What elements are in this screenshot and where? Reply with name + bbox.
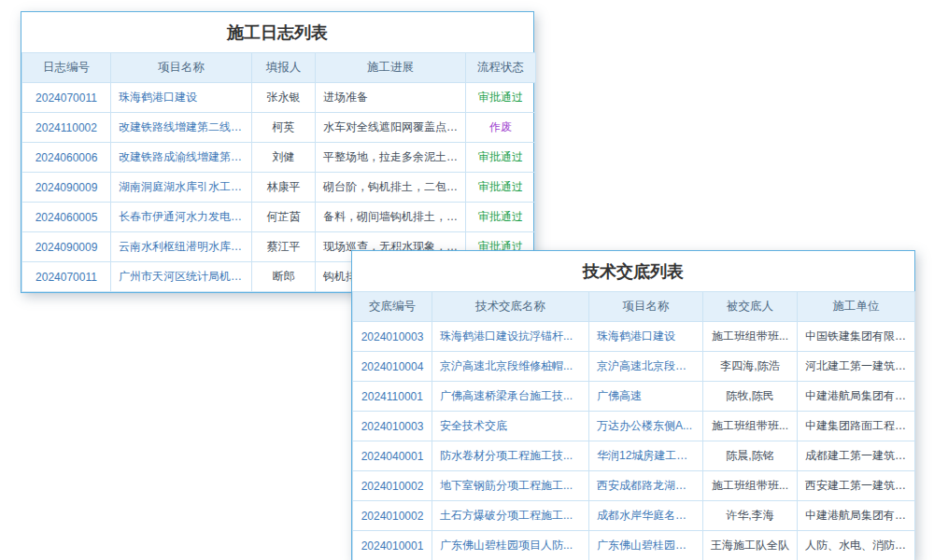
disclosure-row-name-cell[interactable]: 防水卷材分项工程施工技... — [432, 441, 589, 471]
log-row-progress-cell: 砌台阶，钩机排土，二包砌... — [316, 173, 466, 203]
disclosure-row[interactable]: 2024010002土石方爆破分项工程施工...成都水岸华庭名苑...许华,李海… — [353, 501, 915, 531]
disclosure-row-persons-cell: 施工班组带班... — [703, 322, 798, 352]
disclosure-row-name-cell[interactable]: 土石方爆破分项工程施工... — [432, 501, 589, 531]
log-row-status-cell: 作废 — [466, 113, 536, 143]
column-header: 施工单位 — [798, 292, 915, 322]
disclosure-row-project-cell[interactable]: 广佛高速 — [589, 382, 703, 412]
column-header: 交底编号 — [353, 292, 432, 322]
disclosure-row-persons-cell: 王海施工队全队 — [703, 531, 798, 560]
disclosure-row[interactable]: 2024110001广佛高速桥梁承台施工技...广佛高速陈牧,陈民中建港航局集团… — [353, 382, 915, 412]
disclosure-row-project-cell[interactable]: 万达办公楼东侧A... — [589, 412, 703, 441]
disclosure-row-unit-cell: 人防、水电、消防暖通... — [798, 531, 915, 560]
disclosure-row-persons-cell: 施工班组带班... — [703, 471, 798, 501]
disclosure-row-project-cell[interactable]: 西安成都路龙湖上... — [589, 471, 703, 501]
tech-disclosure-title: 技术交底列表 — [352, 251, 914, 291]
column-header: 填报人 — [252, 53, 316, 83]
disclosure-row-project-cell[interactable]: 京沪高速北京段维修 — [589, 352, 703, 382]
disclosure-row-project-cell[interactable]: 成都水岸华庭名苑... — [589, 501, 703, 531]
log-row-reporter-cell: 柯英 — [252, 113, 316, 143]
disclosure-row[interactable]: 2024010003安全技术交底万达办公楼东侧A...施工班组带班...中建集团… — [353, 412, 915, 441]
log-row-project-cell[interactable]: 云南水利枢纽潜明水库一... — [111, 232, 252, 262]
tech-disclosure-panel: 技术交底列表 交底编号技术交底名称项目名称被交底人施工单位 2024010003… — [351, 250, 915, 560]
disclosure-row-id-cell[interactable]: 2024010002 — [353, 501, 432, 531]
log-row-id-cell[interactable]: 2024090009 — [22, 173, 111, 203]
disclosure-row-persons-cell: 许华,李海 — [703, 501, 798, 531]
log-row-id-cell[interactable]: 2024090009 — [22, 232, 111, 262]
disclosure-row-unit-cell: 河北建工第一建筑有... — [798, 352, 915, 382]
log-row-id-cell[interactable]: 2024070011 — [22, 262, 111, 292]
disclosure-row-name-cell[interactable]: 地下室钢筋分项工程施工... — [432, 471, 589, 501]
disclosure-row-project-cell[interactable]: 华润12城房建工程... — [589, 441, 703, 471]
tech-disclosure-header-row: 交底编号技术交底名称项目名称被交底人施工单位 — [353, 292, 915, 322]
log-row[interactable]: 2024090009湖南洞庭湖水库引水工程...林康平砌台阶，钩机排土，二包砌.… — [22, 173, 536, 203]
log-row-reporter-cell: 林康平 — [252, 173, 316, 203]
tech-disclosure-table: 交底编号技术交底名称项目名称被交底人施工单位 2024010003珠海鹤港口建设… — [352, 291, 915, 560]
disclosure-row[interactable]: 2024010003珠海鹤港口建设抗浮锚杆...珠海鹤港口建设施工班组带班...… — [353, 322, 915, 352]
disclosure-row-persons-cell: 陈牧,陈民 — [703, 382, 798, 412]
column-header: 项目名称 — [589, 292, 703, 322]
disclosure-row-persons-cell: 李四海,陈浩 — [703, 352, 798, 382]
log-row[interactable]: 2024110002改建铁路线增建第二线直...柯英水车对全线遮阳网覆盖点进..… — [22, 113, 536, 143]
log-row-reporter-cell: 刘健 — [252, 143, 316, 173]
disclosure-row-id-cell[interactable]: 2024010002 — [353, 471, 432, 501]
column-header: 施工进展 — [316, 53, 466, 83]
log-row[interactable]: 2024060006改建铁路成渝线增建第二...刘健平整场地，拉走多余泥土15.… — [22, 143, 536, 173]
disclosure-row-name-cell[interactable]: 安全技术交底 — [432, 412, 589, 441]
disclosure-row-unit-cell: 中建港航局集团有限... — [798, 501, 915, 531]
disclosure-row-id-cell[interactable]: 2024110001 — [353, 382, 432, 412]
log-row-project-cell[interactable]: 湖南洞庭湖水库引水工程... — [111, 173, 252, 203]
disclosure-row-name-cell[interactable]: 广佛高速桥梁承台施工技... — [432, 382, 589, 412]
log-row-progress-cell: 进场准备 — [316, 83, 466, 113]
log-row-id-cell[interactable]: 2024060006 — [22, 143, 111, 173]
disclosure-row[interactable]: 2024010001广东佛山碧桂园项目人防...广东佛山碧桂园项目王海施工队全队… — [353, 531, 915, 560]
column-header: 技术交底名称 — [432, 292, 589, 322]
log-row-project-cell[interactable]: 改建铁路成渝线增建第二... — [111, 143, 252, 173]
log-row-reporter-cell: 张永银 — [252, 83, 316, 113]
construction-log-title: 施工日志列表 — [21, 12, 533, 52]
log-row-project-cell[interactable]: 改建铁路线增建第二线直... — [111, 113, 252, 143]
column-header: 项目名称 — [111, 53, 252, 83]
disclosure-row[interactable]: 2024010004京沪高速北京段维修桩帽...京沪高速北京段维修李四海,陈浩河… — [353, 352, 915, 382]
construction-log-header-row: 日志编号项目名称填报人施工进展流程状态 — [22, 53, 536, 83]
disclosure-row-project-cell[interactable]: 广东佛山碧桂园项目 — [589, 531, 703, 560]
log-row-id-cell[interactable]: 2024060005 — [22, 203, 111, 232]
log-row-id-cell[interactable]: 2024110002 — [22, 113, 111, 143]
disclosure-row-name-cell[interactable]: 广东佛山碧桂园项目人防... — [432, 531, 589, 560]
tech-disclosure-body: 2024010003珠海鹤港口建设抗浮锚杆...珠海鹤港口建设施工班组带班...… — [353, 322, 915, 560]
disclosure-row-unit-cell: 成都建工第一建筑有... — [798, 441, 915, 471]
log-row-reporter-cell: 何芷茵 — [252, 203, 316, 232]
log-row-reporter-cell: 蔡江平 — [252, 232, 316, 262]
disclosure-row-persons-cell: 施工班组带班... — [703, 412, 798, 441]
log-row-status-cell: 审批通过 — [466, 83, 536, 113]
disclosure-row-id-cell[interactable]: 2024010004 — [353, 352, 432, 382]
disclosure-row-unit-cell: 中建港航局集团有限... — [798, 382, 915, 412]
disclosure-row-project-cell[interactable]: 珠海鹤港口建设 — [589, 322, 703, 352]
disclosure-row-id-cell[interactable]: 2024010003 — [353, 322, 432, 352]
disclosure-row-unit-cell: 中建集团路面工程有... — [798, 412, 915, 441]
disclosure-row-id-cell[interactable]: 2024010003 — [353, 412, 432, 441]
log-row-project-cell[interactable]: 长春市伊通河水力发电厂... — [111, 203, 252, 232]
log-row-progress-cell: 水车对全线遮阳网覆盖点进... — [316, 113, 466, 143]
log-row-reporter-cell: 断郎 — [252, 262, 316, 292]
disclosure-row[interactable]: 2024010002地下室钢筋分项工程施工...西安成都路龙湖上...施工班组带… — [353, 471, 915, 501]
disclosure-row-name-cell[interactable]: 京沪高速北京段维修桩帽... — [432, 352, 589, 382]
disclosure-row-unit-cell: 西安建工第一建筑有... — [798, 471, 915, 501]
log-row-status-cell: 审批通过 — [466, 173, 536, 203]
log-row-progress-cell: 平整场地，拉走多余泥土15... — [316, 143, 466, 173]
log-row-status-cell: 审批通过 — [466, 203, 536, 232]
disclosure-row[interactable]: 2024040001防水卷材分项工程施工技...华润12城房建工程...陈晨,陈… — [353, 441, 915, 471]
column-header: 被交底人 — [703, 292, 798, 322]
column-header: 流程状态 — [466, 53, 536, 83]
disclosure-row-persons-cell: 陈晨,陈铭 — [703, 441, 798, 471]
disclosure-row-name-cell[interactable]: 珠海鹤港口建设抗浮锚杆... — [432, 322, 589, 352]
disclosure-row-id-cell[interactable]: 2024040001 — [353, 441, 432, 471]
log-row[interactable]: 2024070011珠海鹤港口建设张永银进场准备审批通过 — [22, 83, 536, 113]
disclosure-row-unit-cell: 中国铁建集团有限公司 — [798, 322, 915, 352]
log-row[interactable]: 2024060005长春市伊通河水力发电厂...何芷茵备料，砌间墙钩机排土，瓦.… — [22, 203, 536, 232]
log-row-id-cell[interactable]: 2024070011 — [22, 83, 111, 113]
disclosure-row-id-cell[interactable]: 2024010001 — [353, 531, 432, 560]
log-row-project-cell[interactable]: 珠海鹤港口建设 — [111, 83, 252, 113]
log-row-progress-cell: 备料，砌间墙钩机排土，瓦... — [316, 203, 466, 232]
log-row-status-cell: 审批通过 — [466, 143, 536, 173]
log-row-project-cell[interactable]: 广州市天河区统计局机房... — [111, 262, 252, 292]
